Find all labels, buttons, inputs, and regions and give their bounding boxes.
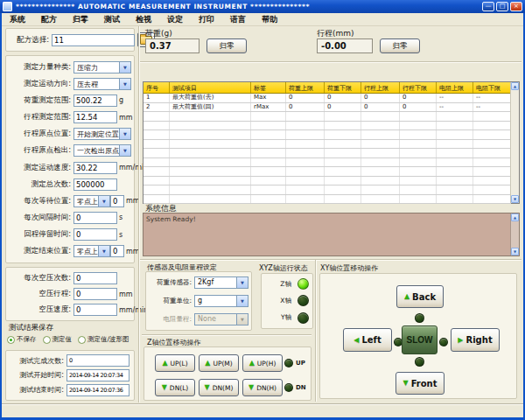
table-row[interactable]: 1 最大荷重值(去) Max 0 0 0 0 -- -- bbox=[144, 94, 511, 103]
completed-count-input[interactable] bbox=[66, 354, 130, 367]
cell-index bbox=[144, 167, 170, 176]
table-row[interactable] bbox=[144, 186, 511, 195]
radio-icon[interactable] bbox=[78, 336, 86, 344]
load-range-input[interactable] bbox=[74, 94, 117, 107]
load-cell-select[interactable]: 2Kgf ▼ bbox=[194, 276, 248, 289]
table-scrollbar[interactable]: ▲ ▼ bbox=[510, 82, 519, 203]
cell-load-lower bbox=[325, 195, 361, 204]
field-label: 空压行程: bbox=[8, 289, 74, 299]
scroll-down-icon[interactable]: ▼ bbox=[511, 248, 519, 256]
menu-item[interactable]: 归零 bbox=[65, 14, 96, 25]
table-row[interactable] bbox=[144, 140, 511, 150]
cell-res-lower: -- bbox=[473, 94, 511, 102]
front-button[interactable]: ▼ Front bbox=[396, 372, 444, 395]
radio-label: 不保存 bbox=[17, 335, 37, 344]
menu-item[interactable]: 语言 bbox=[222, 14, 254, 25]
unit-label: mm bbox=[119, 290, 133, 298]
z-down-mid-button[interactable]: ▼ DN(M) bbox=[199, 379, 239, 396]
end-time-input[interactable] bbox=[66, 384, 130, 396]
load-zero-button[interactable]: 归零 bbox=[206, 38, 247, 53]
param-row: 行程原点检出: 一次检出原点 ▼ bbox=[8, 144, 132, 158]
save-option-values-waveform[interactable]: 测定值/波形图 bbox=[78, 335, 130, 344]
button-label: Left bbox=[361, 335, 381, 345]
air-press-count-input[interactable] bbox=[74, 272, 117, 284]
cell-res-upper bbox=[437, 167, 473, 176]
table-row[interactable] bbox=[144, 112, 511, 122]
table-row[interactable] bbox=[144, 149, 511, 158]
message-scrollbar[interactable]: ▲ ▼ bbox=[510, 214, 519, 256]
motion-direction-select[interactable]: 压去程 ▼ bbox=[74, 78, 131, 90]
z-up-low-button[interactable]: ▲ UP(L) bbox=[155, 354, 195, 372]
menu-item[interactable]: 检视 bbox=[128, 14, 159, 25]
back-button[interactable]: ▲ Back bbox=[396, 285, 444, 308]
table-row[interactable] bbox=[144, 177, 511, 186]
menu-item[interactable]: 配方 bbox=[33, 14, 65, 25]
cell-stroke-upper: 0 bbox=[361, 103, 400, 112]
cell-stroke-upper: 0 bbox=[361, 94, 400, 102]
scroll-down-icon[interactable]: ▼ bbox=[511, 195, 519, 203]
cell-tag bbox=[251, 167, 286, 176]
table-row[interactable] bbox=[144, 122, 511, 131]
air-press-speed-input[interactable] bbox=[74, 304, 117, 316]
menu-item[interactable]: 打印 bbox=[191, 14, 222, 25]
z-up-mid-button[interactable]: ▲ UP(M) bbox=[199, 354, 239, 372]
cell-tag: Max bbox=[251, 94, 286, 102]
recipe-input[interactable] bbox=[52, 34, 135, 46]
title-bar[interactable]: *************** AUTOMATIC MEASUREMENT IN… bbox=[0, 0, 525, 13]
wait-position-select[interactable]: 零点上方 ▼ bbox=[74, 195, 110, 207]
radio-icon[interactable] bbox=[43, 336, 51, 344]
table-row[interactable] bbox=[144, 130, 511, 140]
left-button[interactable]: ◀ Left bbox=[343, 328, 392, 352]
close-button[interactable]: × bbox=[510, 2, 522, 11]
interval-time-input[interactable] bbox=[74, 212, 117, 224]
cell-load-upper bbox=[286, 122, 325, 130]
motion-speed-input[interactable] bbox=[74, 162, 117, 174]
wait-position-offset-input[interactable] bbox=[110, 195, 124, 207]
cell-test-item bbox=[170, 158, 251, 167]
cell-stroke-lower bbox=[400, 177, 437, 186]
total-count-input[interactable] bbox=[74, 178, 117, 191]
table-row[interactable]: 2 最大荷重值(回) rMax 0 0 0 0 -- -- bbox=[144, 103, 511, 113]
cell-res-upper: -- bbox=[437, 94, 473, 102]
z-down-high-button[interactable]: ▼ DN(H) bbox=[242, 379, 283, 396]
force-type-select[interactable]: 压缩力 ▼ bbox=[74, 61, 131, 74]
z-up-high-button[interactable]: ▲ UP(H) bbox=[242, 354, 283, 372]
air-press-stroke-input[interactable] bbox=[74, 288, 117, 300]
end-position-offset-input[interactable] bbox=[110, 245, 124, 257]
save-option-none[interactable]: 不保存 bbox=[7, 335, 37, 344]
field-label: 空压速度: bbox=[8, 304, 74, 315]
cell-index bbox=[144, 130, 170, 139]
stroke-origin-detect-select[interactable]: 一次检出原点 ▼ bbox=[74, 144, 131, 157]
table-row[interactable] bbox=[144, 195, 511, 205]
stroke-readout-value: -0.00 bbox=[317, 38, 373, 53]
menu-item[interactable]: 系统 bbox=[2, 14, 33, 25]
stroke-zero-button[interactable]: 归零 bbox=[380, 38, 420, 53]
menu-item[interactable]: 测试 bbox=[96, 14, 128, 25]
stroke-origin-position-select[interactable]: 开始测定位置 ▼ bbox=[74, 128, 131, 140]
end-position-select[interactable]: 零点上方 ▼ bbox=[74, 245, 110, 257]
save-option-values[interactable]: 测定值 bbox=[43, 335, 73, 344]
start-time-input[interactable] bbox=[66, 369, 130, 382]
scroll-up-icon[interactable]: ▲ bbox=[511, 82, 519, 90]
radio-icon[interactable] bbox=[7, 336, 15, 344]
cell-index bbox=[144, 177, 170, 186]
minimize-button[interactable]: — bbox=[482, 2, 494, 11]
z-down-led bbox=[284, 383, 293, 392]
menu-item[interactable]: 帮助 bbox=[254, 14, 285, 25]
menu-item[interactable]: 设定 bbox=[159, 14, 191, 25]
field-label: 行程原点检出: bbox=[8, 145, 74, 156]
stroke-range-input[interactable] bbox=[74, 111, 117, 123]
z-down-low-button[interactable]: ▼ DN(L) bbox=[155, 379, 195, 396]
table-row[interactable] bbox=[144, 167, 511, 177]
slow-button[interactable]: SLOW bbox=[402, 326, 438, 354]
table-row[interactable] bbox=[144, 158, 511, 168]
load-unit-select[interactable]: g ▼ bbox=[194, 295, 248, 307]
return-dwell-time-input[interactable] bbox=[74, 228, 117, 241]
cell-res-lower bbox=[473, 149, 511, 158]
maximize-button[interactable]: □ bbox=[496, 2, 508, 11]
scroll-up-icon[interactable]: ▲ bbox=[511, 214, 519, 221]
cell-res-upper bbox=[437, 158, 473, 167]
cell-load-upper bbox=[286, 186, 325, 194]
system-message-log[interactable]: System Ready! ▲ ▼ bbox=[143, 213, 520, 256]
right-button[interactable]: ▶ Right bbox=[451, 328, 500, 352]
